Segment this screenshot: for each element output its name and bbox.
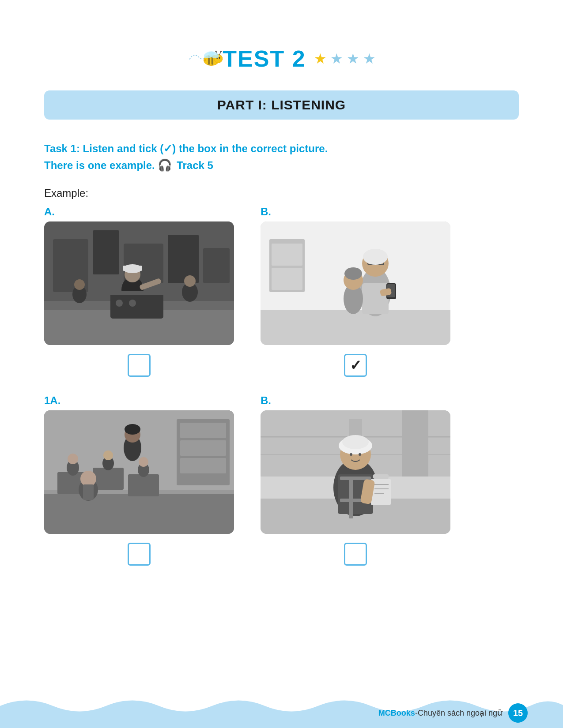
svg-point-94 xyxy=(350,453,352,456)
example-letter-b: B. xyxy=(261,206,271,218)
example-checkbox-b[interactable]: ✓ xyxy=(344,354,367,377)
star-4: ★ xyxy=(363,50,376,67)
q1-photo-b xyxy=(261,410,450,534)
svg-rect-83 xyxy=(402,410,428,477)
svg-rect-30 xyxy=(106,291,168,295)
test-title: TEST 2 xyxy=(223,45,306,72)
title-area: TEST 2 ★ ★ ★ ★ xyxy=(44,44,519,73)
svg-rect-90 xyxy=(349,479,353,518)
example-photo-a xyxy=(44,221,234,345)
checkmark-b: ✓ xyxy=(350,357,362,374)
svg-point-8 xyxy=(215,51,217,52)
svg-rect-65 xyxy=(128,474,159,496)
footer-brand: MCBooks xyxy=(378,709,415,718)
q1-letter-b: B. xyxy=(261,394,271,407)
footer: MCBooks - Chuyên sách ngoại ngữ 15 xyxy=(0,693,563,728)
svg-rect-62 xyxy=(44,494,234,534)
svg-rect-41 xyxy=(261,310,450,345)
svg-rect-60 xyxy=(180,440,226,456)
example-image-col-a: A. xyxy=(44,206,234,386)
svg-point-76 xyxy=(80,471,96,487)
example-label: Example: xyxy=(44,187,519,199)
track-label: Track 5 xyxy=(177,159,213,171)
svg-rect-97 xyxy=(373,474,389,479)
headphone-icon: 🎧 xyxy=(158,157,172,174)
checkbox-a[interactable] xyxy=(128,354,151,377)
q1-image-col-b: B. xyxy=(261,394,450,574)
svg-point-74 xyxy=(125,424,140,435)
footer-text-area: MCBooks - Chuyên sách ngoại ngữ 15 xyxy=(378,703,528,723)
svg-rect-48 xyxy=(362,283,389,314)
svg-point-67 xyxy=(68,454,78,464)
checkbox-b[interactable]: ✓ xyxy=(344,354,367,377)
task-instruction: Task 1: Listen and tick (✓) the box in t… xyxy=(44,141,519,174)
svg-point-93 xyxy=(342,435,369,449)
q1-image-col-a: 1A. xyxy=(44,394,234,574)
part-banner: PART I: LISTENING xyxy=(44,90,519,120)
bee-icon xyxy=(187,44,223,73)
svg-point-10 xyxy=(220,51,222,52)
svg-point-95 xyxy=(359,453,361,456)
checkbox-1a[interactable] xyxy=(128,543,151,566)
svg-point-34 xyxy=(74,279,85,290)
example-image-col-b: B. xyxy=(261,206,450,386)
svg-rect-77 xyxy=(83,484,94,500)
task-instruction-line2: There is one example. xyxy=(44,159,155,171)
star-2: ★ xyxy=(330,50,343,67)
star-1: ★ xyxy=(314,50,327,67)
svg-rect-20 xyxy=(203,248,230,283)
question1-image-row: 1A. xyxy=(44,394,519,574)
q1-letter-a: 1A. xyxy=(44,394,60,407)
svg-point-54 xyxy=(344,267,362,280)
svg-point-29 xyxy=(129,300,136,307)
page-number: 15 xyxy=(513,708,523,718)
svg-point-28 xyxy=(116,300,123,307)
part-banner-text: PART I: LISTENING xyxy=(217,98,346,112)
example-checkbox-a[interactable] xyxy=(128,354,151,377)
svg-point-32 xyxy=(184,275,196,287)
svg-line-9 xyxy=(219,52,221,55)
task-instruction-line1: Task 1: Listen and tick (✓) the box in t… xyxy=(44,143,328,154)
svg-rect-25 xyxy=(123,266,142,271)
svg-point-69 xyxy=(103,450,113,460)
svg-rect-59 xyxy=(180,423,226,438)
svg-rect-61 xyxy=(180,458,226,473)
star-3: ★ xyxy=(347,50,359,67)
footer-subtitle: Chuyên sách ngoại ngữ xyxy=(418,708,502,718)
svg-rect-40 xyxy=(272,268,302,290)
page-number-circle: 15 xyxy=(508,703,528,723)
svg-rect-39 xyxy=(272,244,302,266)
stars-area: ★ ★ ★ ★ xyxy=(314,50,376,67)
checkbox-1b[interactable] xyxy=(344,543,367,566)
q1-photo-a xyxy=(44,410,234,534)
svg-rect-17 xyxy=(93,230,119,274)
example-image-row: A. xyxy=(44,206,519,386)
page: TEST 2 ★ ★ ★ ★ PART I: LISTENING Task 1:… xyxy=(0,0,563,728)
svg-rect-19 xyxy=(168,235,199,283)
example-photo-b xyxy=(261,221,450,345)
example-letter-a: A. xyxy=(44,206,55,218)
svg-point-5 xyxy=(219,57,220,58)
svg-point-47 xyxy=(363,249,388,265)
q1-checkbox-b[interactable] xyxy=(344,543,367,566)
svg-point-71 xyxy=(139,457,148,467)
q1-checkbox-a[interactable] xyxy=(128,543,151,566)
